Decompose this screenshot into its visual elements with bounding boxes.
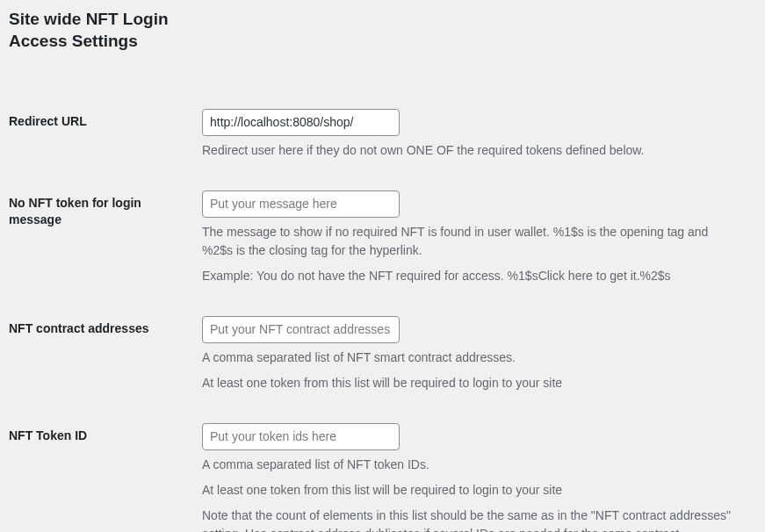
label-no-nft-message: No NFT token for login message bbox=[9, 177, 202, 303]
redirect-url-desc: Redirect user here if they do not own ON… bbox=[202, 141, 739, 160]
row-contract-addresses: NFT contract addresses A comma separated… bbox=[9, 303, 747, 410]
no-nft-message-input[interactable] bbox=[202, 191, 400, 218]
no-nft-message-desc1: The message to show if no required NFT i… bbox=[202, 223, 739, 260]
contract-addresses-desc2: At least one token from this list will b… bbox=[202, 374, 739, 392]
redirect-url-input[interactable] bbox=[202, 109, 400, 136]
token-id-input[interactable] bbox=[202, 423, 400, 450]
row-no-nft-message: No NFT token for login message The messa… bbox=[9, 177, 747, 303]
token-id-desc1: A comma separated list of NFT token IDs. bbox=[202, 456, 739, 474]
row-redirect-url: Redirect URL Redirect user here if they … bbox=[9, 96, 747, 177]
label-token-id: NFT Token ID bbox=[9, 410, 202, 532]
row-token-id: NFT Token ID A comma separated list of N… bbox=[9, 410, 747, 532]
no-nft-message-desc2: Example: You do not have the NFT require… bbox=[202, 267, 739, 285]
contract-addresses-input[interactable] bbox=[202, 316, 400, 343]
label-contract-addresses: NFT contract addresses bbox=[9, 303, 202, 410]
contract-addresses-desc1: A comma separated list of NFT smart cont… bbox=[202, 349, 739, 367]
label-redirect-url: Redirect URL bbox=[9, 96, 202, 177]
settings-form-table: Redirect URL Redirect user here if they … bbox=[9, 96, 747, 532]
token-id-desc2: At least one token from this list will b… bbox=[202, 481, 739, 500]
token-id-desc3: Note that the count of elements in this … bbox=[202, 507, 739, 532]
section-title: Site wide NFT Login Access Settings bbox=[9, 9, 184, 52]
